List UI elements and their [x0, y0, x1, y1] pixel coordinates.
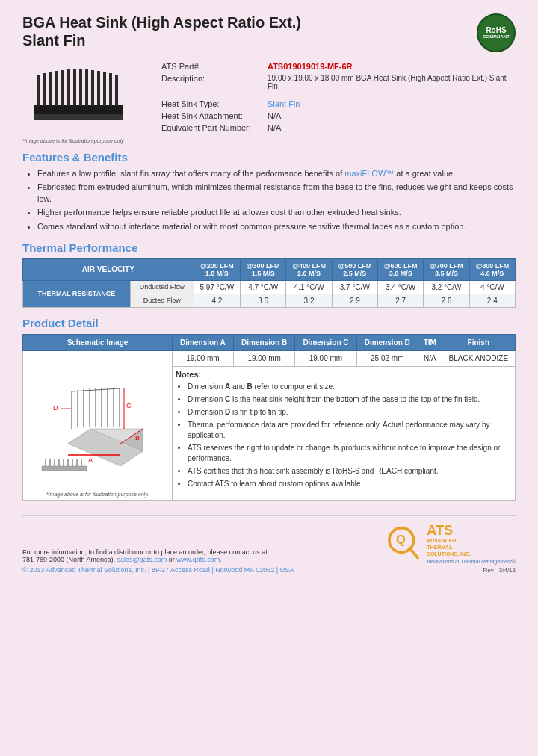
page-container: BGA Heat Sink (High Aspect Ratio Ext.) S… [0, 0, 538, 581]
spec-row-type: Heat Sink Type: Slant Fin [158, 99, 514, 109]
thermal-title: Thermal Performance [22, 241, 516, 254]
svg-text:Q: Q [396, 533, 406, 547]
type-label: Heat Sink Type: [158, 99, 263, 109]
footer-website[interactable]: www.qats.com. [176, 556, 222, 563]
features-section: Features & Benefits Features a low profi… [22, 151, 516, 232]
note-2-bold-c: C [225, 395, 230, 403]
feature-item-1: Features a low profile, slant fin array … [37, 168, 516, 179]
ats-text-block: ATS ADVANCED THERMAL SOLUTIONS, INC. Inn… [427, 524, 516, 564]
col-500-lfm: @500 LFM2.5 M/S [332, 258, 377, 280]
note-7: Contact ATS to learn about custom option… [188, 479, 512, 489]
note-5: ATS reserves the right to update or chan… [188, 443, 512, 464]
svg-rect-9 [85, 69, 88, 106]
equiv-value: N/A [265, 123, 514, 133]
note-6: ATS certifies that this heat sink assemb… [188, 466, 512, 477]
svg-rect-11 [97, 71, 100, 106]
thermal-unducted-row: THERMAL RESISTANCE Unducted Flow 5.97 °C… [23, 280, 516, 294]
svg-line-49 [409, 548, 418, 558]
col-700-lfm: @700 LFM3.5 M/S [424, 258, 469, 280]
rohs-compliant: COMPLIANT [483, 34, 510, 39]
product-title-line1: BGA Heat Sink (High Aspect Ratio Ext.) [22, 13, 301, 31]
note-3-bold-d: D [225, 408, 230, 416]
svg-rect-8 [79, 69, 82, 106]
spec-row-attachment: Heat Sink Attachment: N/A [158, 111, 514, 121]
ducted-400: 3.2 [286, 294, 332, 307]
footer-contact: For more information, to find a distribu… [22, 548, 294, 563]
header-dim-c: Dimension C [295, 334, 356, 350]
feature-item-3: Higher performance helps ensure reliable… [37, 207, 516, 218]
footer-copyright: © 2013 Advanced Thermal Solutions, Inc. … [22, 566, 294, 574]
thermal-table: AIR VELOCITY @200 LFM1.0 M/S @300 LFM1.5… [22, 258, 516, 308]
desc-label: Description: [158, 73, 263, 91]
unducted-500: 3.7 °C/W [332, 280, 377, 294]
unducted-700: 3.2 °C/W [424, 280, 469, 294]
features-title: Features & Benefits [22, 151, 516, 164]
finish-value: BLACK ANODIZE [442, 350, 515, 366]
heatsink-image [22, 60, 138, 134]
ducted-300: 3.6 [241, 294, 286, 307]
product-title-line2: Slant Fin [22, 31, 301, 49]
unducted-800: 4 °C/W [469, 280, 515, 294]
svg-text:A: A [87, 456, 92, 464]
note-2: Dimension C is the heat sink height from… [188, 394, 512, 405]
tim-value: N/A [418, 350, 442, 366]
notes-list: Dimension A and B refer to component siz… [176, 382, 512, 489]
ducted-label: Ducted Flow [130, 294, 194, 307]
dim-b-value: 19.00 mm [233, 350, 294, 366]
ducted-200: 4.2 [194, 294, 240, 307]
svg-rect-7 [73, 69, 76, 106]
note-1-bold-b: B [247, 382, 253, 391]
spec-row-part: ATS Part#: ATS019019019-MF-6R [158, 61, 514, 72]
specs-table: ATS Part#: ATS019019019-MF-6R Descriptio… [157, 60, 516, 134]
ats-full-name-3: SOLUTIONS, INC. [427, 551, 516, 557]
image-caption: *Image above is for illustration purpose… [22, 138, 142, 143]
feature-item-2: Fabricated from extruded aluminum, which… [37, 182, 516, 205]
dim-a-value: 19.00 mm [173, 350, 234, 366]
header-dim-a: Dimension A [173, 334, 234, 350]
svg-rect-5 [61, 70, 64, 106]
note-1: Dimension A and B refer to component siz… [188, 382, 512, 392]
svg-text:B: B [135, 434, 140, 441]
schematic-image-cell: A B C D [23, 350, 173, 500]
notes-title: Notes: [176, 370, 512, 379]
header-dim-b: Dimension B [233, 334, 294, 350]
svg-rect-2 [43, 73, 46, 106]
unducted-200: 5.97 °C/W [194, 280, 240, 294]
ats-logo: Q ATS ADVANCED THERMAL SOLUTIONS, INC. I… [385, 524, 516, 564]
type-value: Slant Fin [265, 99, 514, 109]
svg-rect-10 [91, 70, 94, 106]
air-velocity-header: AIR VELOCITY [23, 258, 194, 280]
svg-rect-38 [42, 466, 87, 471]
dim-values-row: A B C D [23, 350, 516, 366]
ducted-700: 2.6 [424, 294, 469, 307]
thermal-section: Thermal Performance AIR VELOCITY @200 LF… [22, 241, 516, 308]
notes-cell: Notes: Dimension A and B refer to compon… [173, 366, 516, 500]
note-1-bold-a: A [225, 382, 230, 391]
header-section: BGA Heat Sink (High Aspect Ratio Ext.) S… [22, 13, 516, 52]
ats-tagline: Innovations in Thermal Management® [427, 559, 516, 564]
title-block: BGA Heat Sink (High Aspect Ratio Ext.) S… [22, 13, 301, 49]
footer-email[interactable]: sales@qats.com [117, 556, 167, 563]
col-300-lfm: @300 LFM1.5 M/S [241, 258, 286, 280]
note-4: Thermal performance data are provided fo… [188, 420, 512, 441]
header-schematic: Schematic Image [23, 334, 173, 350]
spec-row-desc: Description: 19.00 x 19.00 x 18.00 mm BG… [158, 73, 514, 91]
svg-rect-12 [103, 72, 106, 106]
attachment-label: Heat Sink Attachment: [158, 111, 263, 121]
header-dim-d: Dimension D [356, 334, 418, 350]
ats-full-name-2: THERMAL [427, 544, 516, 551]
svg-rect-13 [109, 73, 112, 106]
col-800-lfm: @800 LFM4.0 M/S [469, 258, 515, 280]
ats-q-icon: Q [385, 525, 422, 563]
equiv-label: Equivalent Part Number: [158, 123, 263, 133]
part-label: ATS Part#: [158, 61, 263, 72]
header-finish: Finish [442, 334, 515, 350]
col-400-lfm: @400 LFM2.0 M/S [286, 258, 332, 280]
footer-phone: 781-769-2000 (North America), [22, 556, 115, 563]
ducted-600: 2.7 [378, 294, 424, 307]
rohs-badge: RoHS COMPLIANT [477, 13, 516, 52]
part-value: ATS019019019-MF-6R [265, 61, 514, 72]
footer-contact-text: For more information, to find a distribu… [22, 548, 268, 556]
attachment-value: N/A [265, 111, 514, 121]
note-3: Dimension D is fin tip to fin tip. [188, 407, 512, 418]
